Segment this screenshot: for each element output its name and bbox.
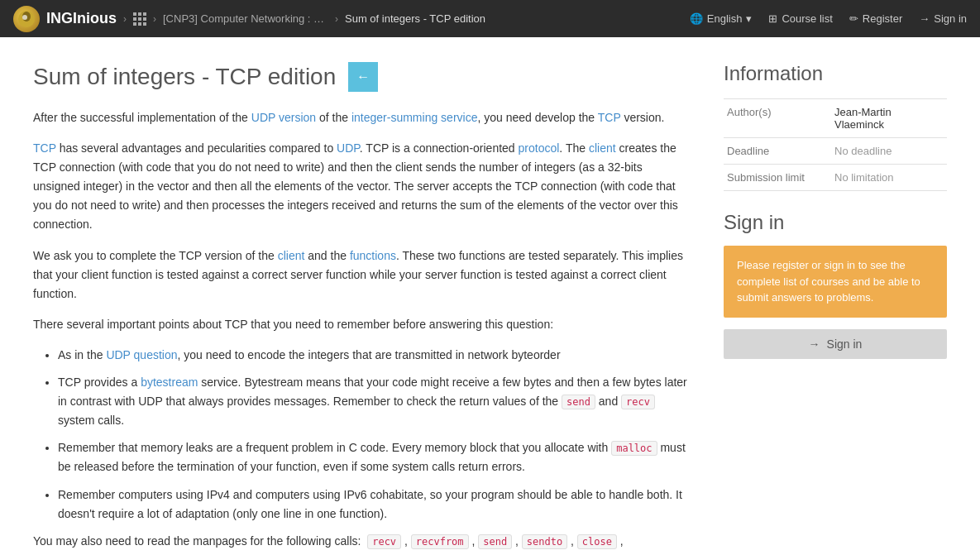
submission-row: Submission limit No limitation: [724, 165, 947, 191]
content-body: After the successful implementation of t…: [33, 108, 691, 555]
signin-section: Sign in Please register or sign in to se…: [724, 211, 947, 359]
recvfrom-man: recvfrom: [411, 534, 469, 549]
breadcrumb-course[interactable]: [CNP3] Computer Networking : Prin...: [163, 12, 328, 25]
globe-icon: 🌐: [690, 12, 703, 25]
sign-in-link[interactable]: → Sign in: [919, 12, 967, 25]
tcp-link2[interactable]: TCP: [33, 141, 56, 155]
recv-code: recv: [621, 395, 655, 409]
language-label: English: [707, 12, 743, 25]
signin-button-label: Sign in: [827, 337, 863, 351]
breadcrumb-sep-2: ›: [153, 13, 156, 25]
signin-section-title: Sign in: [724, 211, 947, 234]
main-container: Sum of integers - TCP edition ← After th…: [0, 37, 980, 555]
functions-link[interactable]: functions: [350, 249, 396, 262]
register-label: Register: [863, 12, 902, 25]
send-man: send: [478, 534, 512, 549]
close-man: close: [577, 534, 617, 549]
udp-link[interactable]: UDP version: [251, 111, 316, 124]
pencil-icon: ✏: [849, 12, 858, 25]
udp-link2[interactable]: UDP: [337, 141, 360, 155]
signin-button[interactable]: → Sign in: [724, 329, 947, 359]
signin-warning: Please register or sign in to see the co…: [724, 246, 947, 318]
back-button[interactable]: ←: [348, 62, 378, 92]
submission-label: Submission limit: [727, 171, 834, 184]
signin-arrow-icon: →: [809, 337, 820, 351]
brand-name: INGInious: [46, 10, 117, 27]
para-4: There several important points about TCP…: [33, 315, 691, 334]
nav-right: 🌐 English ▾ ⊞ Course list ✏ Register → S…: [690, 12, 967, 25]
content-area: Sum of integers - TCP edition ← After th…: [33, 62, 691, 555]
authors-row: Author(s) Jean-Martin Vlaeminck: [724, 99, 947, 138]
signin-icon: →: [919, 12, 930, 25]
authors-value: Jean-Martin Vlaeminck: [834, 106, 944, 131]
authors-label: Author(s): [727, 106, 834, 131]
sendto-man: sendto: [522, 534, 567, 549]
bytestream-link[interactable]: bytestream: [141, 376, 198, 389]
deadline-label: Deadline: [727, 145, 834, 157]
course-list-link[interactable]: ⊞ Course list: [768, 12, 832, 25]
breadcrumb-sep-3: ›: [335, 13, 338, 25]
bullet-2: TCP provides a bytestream service. Bytes…: [58, 373, 691, 430]
course-list-label: Course list: [782, 12, 832, 25]
courses-icon: ⊞: [768, 12, 777, 25]
para-3: We ask you to complete the TCP version o…: [33, 246, 691, 304]
info-table: Author(s) Jean-Martin Vlaeminck Deadline…: [724, 98, 947, 191]
para-1: After the successful implementation of t…: [33, 108, 691, 127]
send-code: send: [562, 395, 595, 409]
language-selector[interactable]: 🌐 English ▾: [690, 12, 753, 25]
grid-icon: [133, 12, 146, 26]
brand-logo: [13, 6, 40, 32]
dropdown-arrow: ▾: [746, 12, 752, 25]
deadline-row: Deadline No deadline: [724, 138, 947, 165]
client-link2[interactable]: client: [278, 249, 305, 262]
svg-point-2: [22, 15, 27, 20]
breadcrumb-sep-1: ›: [123, 13, 127, 25]
service-link[interactable]: integer-summing service: [351, 111, 478, 124]
bullet-4: Remember computers using IPv4 and comput…: [58, 486, 691, 524]
register-link[interactable]: ✏ Register: [849, 12, 902, 25]
info-section-title: Information: [724, 62, 947, 85]
sidebar: Information Author(s) Jean-Martin Vlaemi…: [724, 62, 947, 555]
deadline-value: No deadline: [834, 145, 892, 157]
page-title-text: Sum of integers - TCP edition: [33, 64, 336, 90]
bullet-list: As in the UDP question, you need to enco…: [58, 346, 691, 524]
brand-link[interactable]: INGInious: [13, 6, 117, 32]
bullet-1: As in the UDP question, you need to enco…: [58, 346, 691, 365]
submission-value: No limitation: [834, 171, 894, 184]
malloc-code: malloc: [611, 441, 657, 456]
para-2: TCP has several advantages and pecularit…: [33, 139, 691, 234]
recv-man: recv: [367, 534, 401, 549]
udp-q-link[interactable]: UDP question: [106, 348, 177, 361]
bullet-3: Remember that memory leaks are a frequen…: [58, 438, 691, 476]
protocol-link[interactable]: protocol: [519, 141, 560, 155]
client-link[interactable]: client: [589, 141, 616, 155]
page-title-row: Sum of integers - TCP edition ←: [33, 62, 691, 92]
para-5: You may also need to read the manpages f…: [33, 532, 691, 555]
navbar: INGInious › › [CNP3] Computer Networking…: [0, 0, 980, 37]
breadcrumb-current: Sum of integers - TCP edition: [345, 12, 485, 25]
tcp-link[interactable]: TCP: [598, 111, 621, 124]
signin-nav-label: Sign in: [934, 12, 967, 25]
